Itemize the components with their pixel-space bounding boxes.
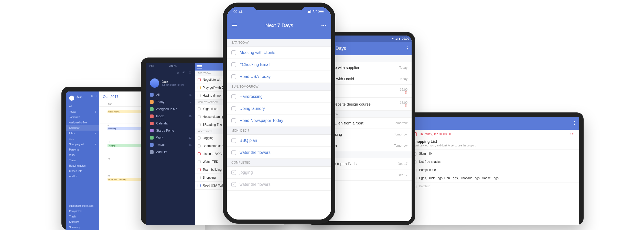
task-row[interactable]: water the flowers: [227, 147, 331, 159]
sidebar-item-all[interactable]: All66: [146, 91, 195, 98]
mail-icon[interactable]: ✉: [91, 95, 93, 97]
list-item[interactable]: Work: [66, 152, 99, 158]
web-sidebar: Jack ✉ ⌕ AllToday7TomorrowAssigned to Me…: [66, 91, 99, 230]
task-row[interactable]: jogging: [227, 167, 331, 179]
sidebar-footer-item[interactable]: support@ticktick.com: [66, 203, 99, 209]
ipad-carrier: iPad: [149, 65, 154, 67]
sidebar-item-inbox[interactable]: Inbox7: [66, 131, 99, 136]
sidebar-footer-item[interactable]: Statistics: [66, 219, 99, 225]
search-icon[interactable]: ⌕: [177, 71, 179, 74]
sidebar-item-traval[interactable]: Traval16: [146, 141, 195, 148]
more-icon[interactable]: [407, 47, 408, 50]
checkbox[interactable]: [198, 168, 201, 171]
sidebar-item-calendar[interactable]: Calendar: [66, 125, 99, 131]
signal-icon: ◢: [395, 37, 397, 40]
lists-header: Lists: [66, 136, 99, 142]
task-row[interactable]: Hairdressing: [227, 91, 331, 103]
sidebar-item-add-list[interactable]: Add List: [146, 148, 195, 156]
sidebar-footer-item[interactable]: Summary: [66, 225, 99, 230]
checkbox-checked[interactable]: [231, 170, 236, 175]
sidebar-footer-item[interactable]: Trash: [66, 214, 99, 219]
avatar[interactable]: [69, 96, 74, 101]
checkbox[interactable]: [231, 94, 236, 99]
checkbox-checked[interactable]: [231, 182, 236, 187]
checkbox[interactable]: [231, 118, 236, 123]
sidebar-item-start-a-pomo[interactable]: Start a Pomo: [146, 127, 195, 134]
mail-icon[interactable]: ✉: [183, 71, 185, 74]
task-row[interactable]: BBQ plan: [227, 135, 331, 147]
priority-badge[interactable]: !!!: [570, 132, 575, 136]
list-item[interactable]: Closed lists: [66, 168, 99, 174]
sidebar-item-today[interactable]: Today7: [66, 109, 99, 114]
checklist-text: Pumpkin pie: [419, 168, 436, 172]
list-item[interactable]: Personal: [66, 147, 99, 152]
checkbox[interactable]: [231, 106, 236, 111]
checkbox[interactable]: [198, 160, 201, 163]
due-date[interactable]: Thursday,Dec 31,08:00: [419, 132, 451, 136]
task-row[interactable]: #Checking Email: [227, 59, 331, 71]
checklist-item[interactable]: Eggs, Duck Eggs, Hen Eggs, Dinosaur Eggs…: [409, 174, 579, 182]
checkbox[interactable]: [231, 138, 236, 143]
note-subtitle[interactable]: Don't buy too much, and don't forget to …: [409, 144, 579, 150]
checkbox[interactable]: [198, 86, 201, 89]
checkbox[interactable]: [198, 144, 201, 147]
more-icon[interactable]: [574, 121, 575, 125]
task-row[interactable]: Read USA Today: [227, 71, 331, 83]
checkbox[interactable]: [231, 74, 236, 79]
task-row[interactable]: water the flowers: [227, 179, 331, 191]
gear-icon[interactable]: ⚙: [189, 71, 191, 74]
search-icon[interactable]: ⌕: [96, 95, 97, 97]
checkbox[interactable]: [198, 94, 201, 97]
list-item[interactable]: Traval: [66, 158, 99, 163]
sidebar-item-tomorrow[interactable]: Tomorrow: [66, 114, 99, 120]
sidebar-item-calendar[interactable]: Calendar: [146, 120, 195, 127]
task-title: Read Newspaper Today: [240, 118, 283, 123]
checklist-item[interactable]: Skim milk: [409, 150, 579, 158]
menu-icon[interactable]: [232, 24, 237, 27]
note-title[interactable]: Shopping List: [409, 139, 579, 144]
task-title: Listen to VOA: [203, 152, 222, 156]
list-item[interactable]: Reading notes: [66, 163, 99, 168]
svg-rect-3: [310, 10, 311, 13]
list-item[interactable]: Shopping list7: [66, 142, 99, 147]
task-row[interactable]: Meeting with clients: [227, 47, 331, 59]
task-title: water the flowers: [240, 182, 271, 187]
checklist-item[interactable]: Pumpkin pie: [409, 166, 579, 174]
checklist-item[interactable]: Nut-free snacks: [409, 158, 579, 166]
checkbox[interactable]: [198, 176, 201, 179]
checkbox[interactable]: [198, 184, 201, 187]
task-title: House cleaning: [203, 115, 224, 119]
checklist-item[interactable]: Ketchup: [409, 182, 579, 190]
task-title: Hairdressing: [240, 94, 263, 99]
sidebar-item-inbox[interactable]: Inbox16: [146, 113, 195, 120]
sidebar-item-assigned-to-me[interactable]: Assigned to Me: [66, 120, 99, 125]
checkbox[interactable]: [198, 136, 201, 140]
task-title: Yoga class: [203, 107, 218, 111]
task-title: Read USA Today: [240, 74, 271, 79]
section-header: SUN, TOMORROW: [227, 83, 331, 91]
checkbox[interactable]: [198, 123, 201, 126]
task-row[interactable]: Read Newspaper Today: [227, 115, 331, 127]
svg-rect-1: [308, 11, 309, 13]
checkbox[interactable]: [231, 50, 236, 55]
checkbox[interactable]: [198, 115, 201, 118]
status-time: 09:41: [233, 10, 243, 14]
sidebar-item-work[interactable]: Work12: [146, 134, 195, 141]
sidebar-item-all[interactable]: All: [66, 104, 99, 109]
sidebar-item-assigned-to-me[interactable]: Assigned to Me: [146, 106, 195, 113]
checkbox[interactable]: [198, 152, 201, 155]
checkbox[interactable]: [198, 78, 201, 81]
avatar[interactable]: [150, 78, 159, 88]
task-row[interactable]: Doing laundry: [227, 103, 331, 115]
sidebar-item-today[interactable]: Today7: [146, 98, 195, 106]
checkbox[interactable]: [231, 62, 236, 67]
sidebar-footer-item[interactable]: Completed: [66, 209, 99, 214]
section-header: SAT, TODAY: [227, 39, 331, 47]
detail-toolbar: [409, 117, 579, 130]
list-item[interactable]: Add List: [66, 174, 99, 179]
more-icon[interactable]: [321, 25, 326, 26]
user-name: Jack: [162, 80, 184, 84]
task-title: BBQ plan: [240, 138, 257, 143]
checkbox[interactable]: [231, 150, 236, 155]
checkbox[interactable]: [198, 107, 201, 110]
